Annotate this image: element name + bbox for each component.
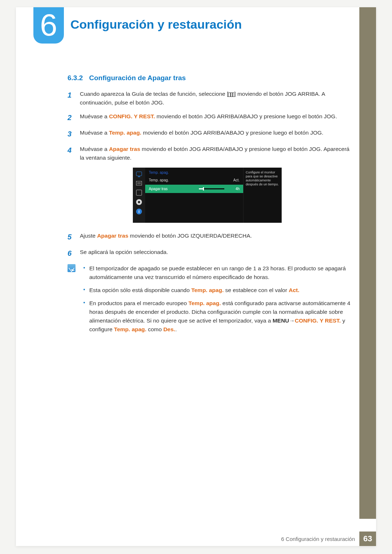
highlight: CONFIG. Y REST.	[109, 113, 155, 119]
section-number: 6.3.2	[68, 74, 83, 82]
text-fragment: Cuando aparezca la Guía de teclas de fun…	[80, 91, 228, 97]
footer-title: 6 Configuración y restauración	[281, 536, 355, 542]
arrows-icon	[136, 189, 142, 196]
highlight: Temp. apag.	[191, 287, 224, 293]
step-text: Cuando aparezca la Guía de teclas de fun…	[80, 90, 351, 107]
step-number: 3	[68, 128, 80, 140]
text-fragment: moviendo el botón JOG IZQUIERDA/DERECHA.	[128, 233, 252, 239]
page: 6 Configuración y restauración 6.3.2 Con…	[16, 7, 376, 546]
osd-header: Temp. apag.	[145, 168, 243, 176]
chapter-title: Configuración y restauración	[70, 17, 242, 32]
note-item: Esta opción sólo está disponible cuando …	[83, 286, 351, 295]
footer: 6 Configuración y restauración 63	[281, 532, 376, 546]
text-fragment: Muévase a	[80, 113, 109, 119]
osd-row-apagar-tras: Apagar tras 4h	[145, 185, 243, 193]
osd-main: Temp. apag. Temp. apag. Act. Apagar tras…	[145, 168, 243, 223]
text-fragment: moviendo el botón JOG ARRIBA/ABAJO y pre…	[155, 113, 337, 119]
highlight: Act.	[289, 287, 299, 293]
monitor-icon	[136, 171, 142, 177]
list-icon	[136, 180, 142, 186]
osd-slider	[199, 188, 224, 189]
arrow-icon: →	[289, 316, 295, 325]
step-1: 1 Cuando aparezca la Guía de teclas de f…	[68, 90, 351, 107]
osd-sidebar-icons: i	[133, 168, 145, 223]
section-title: Configuración de Apagar tras	[89, 74, 186, 82]
text-fragment: Ajuste	[80, 233, 97, 239]
step-text: Muévase a CONFIG. Y REST. moviendo el bo…	[80, 112, 351, 123]
chapter-badge: 6	[33, 7, 64, 44]
step-3: 3 Muévase a Temp. apag. moviendo el botó…	[68, 128, 351, 140]
highlight: Apagar tras	[97, 233, 128, 239]
text-fragment: En productos para el mercado europeo	[89, 300, 188, 306]
info-icon: i	[136, 208, 142, 215]
highlight: Temp. apag.	[109, 130, 141, 136]
step-text: Muévase a Apagar tras moviendo el botón …	[80, 145, 351, 162]
osd-screenshot: i Temp. apag. Temp. apag. Act. Apagar tr…	[133, 168, 282, 223]
step-number: 2	[68, 112, 80, 123]
text-fragment: se establece con el valor	[224, 287, 289, 293]
step-text: Muévase a Temp. apag. moviendo el botón …	[80, 128, 351, 140]
osd-row-label: Apagar tras	[149, 186, 199, 192]
text-fragment: .	[175, 326, 177, 332]
side-stripe	[359, 7, 376, 519]
osd-row-value: 4h	[227, 186, 240, 192]
note-icon	[68, 264, 75, 272]
step-text: Se aplicará la opción seleccionada.	[80, 248, 351, 259]
step-text: Ajuste Apagar tras moviendo el botón JOG…	[80, 231, 351, 243]
osd-row-label: Temp. apag.	[149, 177, 227, 183]
page-number: 63	[359, 532, 376, 546]
step-5: 5 Ajuste Apagar tras moviendo el botón J…	[68, 231, 351, 243]
highlight: Temp. apag.	[114, 326, 146, 332]
content-area: 6.3.2 Configuración de Apagar tras 1 Cua…	[68, 73, 351, 338]
step-4: 4 Muévase a Apagar tras moviendo el botó…	[68, 145, 351, 162]
step-number: 4	[68, 145, 80, 162]
section-heading: 6.3.2 Configuración de Apagar tras	[68, 73, 351, 83]
note-list: El temporizador de apagado se puede esta…	[83, 264, 351, 338]
step-number: 1	[68, 90, 80, 107]
bold: MENU	[273, 317, 289, 324]
gear-icon	[136, 199, 142, 205]
note-block: El temporizador de apagado se puede esta…	[68, 264, 351, 338]
text-fragment: como	[146, 326, 163, 332]
osd-help-text: Configure el monitor para que se desacti…	[243, 168, 282, 223]
text-fragment: Esta opción sólo está disponible cuando	[89, 287, 191, 293]
highlight: Temp. apag.	[188, 300, 221, 306]
highlight: Des.	[163, 326, 175, 332]
step-6: 6 Se aplicará la opción seleccionada.	[68, 248, 351, 259]
step-number: 6	[68, 248, 80, 259]
osd-row-temp-apag: Temp. apag. Act.	[145, 176, 243, 185]
text-fragment: Muévase a	[80, 130, 109, 136]
step-number: 5	[68, 231, 80, 243]
text-fragment: moviendo el botón JOG ARRIBA/ABAJO y pre…	[141, 130, 323, 136]
chapter-number: 6	[40, 7, 57, 42]
note-item: El temporizador de apagado se puede esta…	[83, 264, 351, 282]
note-item: En productos para el mercado europeo Tem…	[83, 299, 351, 334]
osd-row-value: Act.	[227, 177, 240, 183]
highlight: Apagar tras	[109, 146, 140, 152]
step-2: 2 Muévase a CONFIG. Y REST. moviendo el …	[68, 112, 351, 123]
text-fragment: Muévase a	[80, 146, 109, 152]
highlight: CONFIG. Y REST.	[295, 317, 341, 324]
menu-icon	[228, 93, 234, 97]
